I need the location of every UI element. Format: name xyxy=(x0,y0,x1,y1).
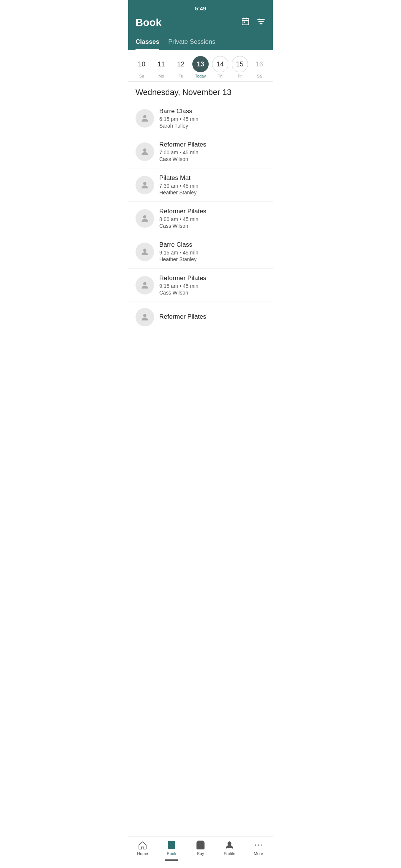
filter-icon[interactable] xyxy=(257,17,265,28)
day-label: Sa xyxy=(257,74,262,78)
avatar xyxy=(136,276,154,295)
day-number: 12 xyxy=(173,56,189,72)
class-name: Reformer Pilates xyxy=(159,274,265,282)
tab-classes[interactable]: Classes xyxy=(136,34,159,50)
day-label: Mo xyxy=(159,74,164,78)
day-number: 15 xyxy=(232,56,248,72)
avatar xyxy=(136,109,154,128)
class-name: Barre Class xyxy=(159,241,265,249)
svg-rect-0 xyxy=(242,19,249,25)
class-item[interactable]: Reformer Pilates 9:15 am • 45 min Cass W… xyxy=(128,269,273,302)
content-area: 10 Su 11 Mo 12 Tu 13 Today 14 Th 15 Fr xyxy=(128,50,273,362)
svg-point-16 xyxy=(143,282,147,285)
calendar-icon[interactable] xyxy=(241,17,250,28)
class-info: Reformer Pilates 8:00 am • 45 min Cass W… xyxy=(159,208,265,229)
class-instructor: Cass Wilson xyxy=(159,290,265,296)
status-bar: 5:49 xyxy=(128,0,273,14)
class-list: Barre Class 6:15 pm • 45 min Sarah Tulle… xyxy=(128,102,273,328)
day-number: 16 xyxy=(251,56,267,72)
calendar-strip: 10 Su 11 Mo 12 Tu 13 Today 14 Th 15 Fr xyxy=(128,50,273,82)
class-info: Barre Class 9:15 am • 45 min Heather Sta… xyxy=(159,241,265,262)
class-name: Barre Class xyxy=(159,108,265,115)
svg-point-14 xyxy=(143,215,147,218)
class-time: 7:00 am • 45 min xyxy=(159,149,265,155)
class-item[interactable]: Reformer Pilates 8:00 am • 45 min Cass W… xyxy=(128,202,273,235)
class-item[interactable]: Barre Class 9:15 am • 45 min Heather Sta… xyxy=(128,235,273,269)
status-time: 5:49 xyxy=(195,5,206,11)
calendar-day-15[interactable]: 15 Fr xyxy=(231,56,249,78)
tab-private-sessions[interactable]: Private Sessions xyxy=(168,34,215,50)
class-info: Reformer Pilates 9:15 am • 45 min Cass W… xyxy=(159,274,265,296)
calendar-day-12[interactable]: 12 Tu xyxy=(172,56,190,78)
day-number: 11 xyxy=(153,56,169,72)
avatar xyxy=(136,176,154,194)
class-instructor: Sarah Tulley xyxy=(159,123,265,129)
class-name: Reformer Pilates xyxy=(159,141,265,148)
class-info: Reformer Pilates xyxy=(159,313,265,322)
calendar-day-13[interactable]: 13 Today xyxy=(192,56,209,78)
class-time: 9:15 am • 45 min xyxy=(159,283,265,289)
svg-point-17 xyxy=(143,314,147,317)
class-item[interactable]: Reformer Pilates 7:00 am • 45 min Cass W… xyxy=(128,135,273,168)
class-name: Pilates Mat xyxy=(159,174,265,182)
day-number: 14 xyxy=(212,56,228,72)
page-title: Book xyxy=(136,17,162,29)
svg-point-15 xyxy=(143,249,147,252)
svg-point-8 xyxy=(258,19,260,20)
date-heading: Wednesday, November 13 xyxy=(128,82,273,102)
calendar-day-11[interactable]: 11 Mo xyxy=(152,56,170,78)
tab-bar: Classes Private Sessions xyxy=(128,34,273,50)
avatar xyxy=(136,209,154,228)
calendar-day-14[interactable]: 14 Th xyxy=(211,56,229,78)
svg-point-13 xyxy=(143,182,147,185)
svg-point-10 xyxy=(260,23,262,24)
class-time: 6:15 pm • 45 min xyxy=(159,116,265,122)
class-time: 8:00 am • 45 min xyxy=(159,216,265,222)
class-info: Pilates Mat 7:30 am • 45 min Heather Sta… xyxy=(159,174,265,195)
day-number-selected: 13 xyxy=(192,56,209,72)
day-label: Tu xyxy=(179,74,183,78)
svg-rect-4 xyxy=(244,22,245,23)
svg-point-11 xyxy=(143,115,147,118)
class-item[interactable]: Pilates Mat 7:30 am • 45 min Heather Sta… xyxy=(128,168,273,202)
class-instructor: Heather Stanley xyxy=(159,256,265,262)
header-actions xyxy=(241,17,265,28)
class-name: Reformer Pilates xyxy=(159,313,265,320)
header: Book xyxy=(128,14,273,34)
day-label: Su xyxy=(139,74,144,78)
class-item[interactable]: Barre Class 6:15 pm • 45 min Sarah Tulle… xyxy=(128,102,273,135)
class-instructor: Heather Stanley xyxy=(159,190,265,195)
class-instructor: Cass Wilson xyxy=(159,156,265,162)
avatar xyxy=(136,142,154,161)
day-label-today: Today xyxy=(195,74,206,78)
day-label: Fr xyxy=(238,74,241,78)
class-time: 7:30 am • 45 min xyxy=(159,183,265,189)
calendar-day-10[interactable]: 10 Su xyxy=(133,56,150,78)
class-instructor: Cass Wilson xyxy=(159,223,265,229)
svg-point-9 xyxy=(262,21,264,22)
class-time: 9:15 am • 45 min xyxy=(159,250,265,256)
class-name: Reformer Pilates xyxy=(159,208,265,215)
avatar xyxy=(136,308,154,326)
class-item[interactable]: Reformer Pilates xyxy=(128,302,273,328)
class-info: Reformer Pilates 7:00 am • 45 min Cass W… xyxy=(159,141,265,162)
svg-point-12 xyxy=(143,148,147,152)
avatar xyxy=(136,243,154,261)
day-number: 10 xyxy=(133,56,150,72)
day-label: Th xyxy=(218,74,222,78)
calendar-day-16[interactable]: 16 Sa xyxy=(250,56,268,78)
class-info: Barre Class 6:15 pm • 45 min Sarah Tulle… xyxy=(159,108,265,129)
